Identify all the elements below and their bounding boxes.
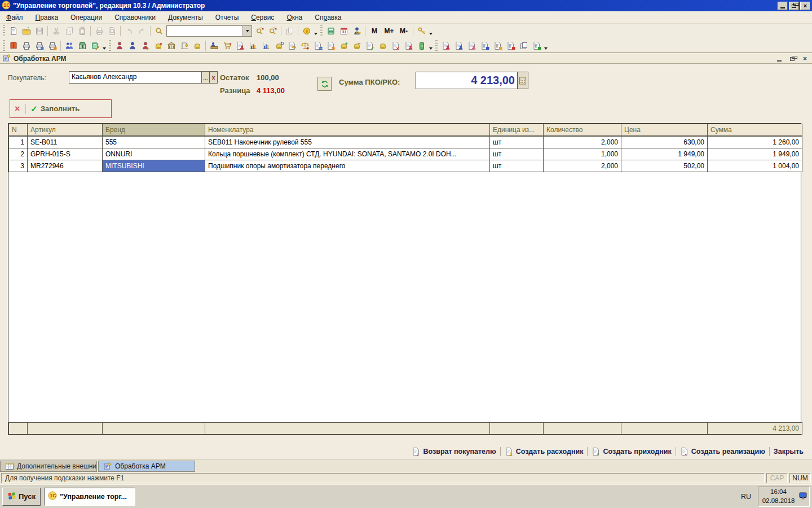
document-cancel-icon[interactable]: × xyxy=(389,40,402,52)
calculator-icon[interactable] xyxy=(517,72,528,89)
table-header-col-nomenclature[interactable]: Номенклатура xyxy=(205,124,490,136)
scales-red-icon[interactable] xyxy=(298,40,311,52)
toolbar-grip[interactable] xyxy=(435,40,438,51)
employees-icon[interactable] xyxy=(63,40,76,52)
table-row[interactable]: 3MR272946MITSUBISHIПодшипник опоры аморт… xyxy=(9,160,802,172)
print-button[interactable] xyxy=(92,25,105,37)
cell-col-price[interactable]: 502,00 xyxy=(621,160,708,172)
refresh-button[interactable] xyxy=(317,77,332,91)
mdi-close-button[interactable]: × xyxy=(800,55,810,63)
coins-minus-icon[interactable]: − xyxy=(350,40,363,52)
create-sale-button[interactable]: ▪Создать реализацию xyxy=(676,446,769,457)
sum-document-blue-icon[interactable]: Σ xyxy=(478,40,491,52)
cell-col-number[interactable]: 1 xyxy=(9,137,28,148)
cell-col-article[interactable]: GPRH-015-S xyxy=(28,148,103,160)
language-indicator[interactable]: RU xyxy=(741,493,751,501)
menu-service[interactable]: Сервис xyxy=(245,12,280,23)
menu-edit[interactable]: Правка xyxy=(29,12,65,23)
battery-icon[interactable]: + xyxy=(415,40,428,52)
memory-plus-button[interactable]: M+ xyxy=(382,27,396,35)
cell-col-nomenclature[interactable]: Кольца поршневые (комплект) СТД. HYUNDAI… xyxy=(205,148,490,160)
cut-button[interactable] xyxy=(50,25,63,37)
print-preview-button[interactable] xyxy=(105,25,118,37)
calculator-button[interactable] xyxy=(324,25,337,37)
copy-window-button[interactable] xyxy=(283,25,296,37)
tab-arm-processing[interactable]: Обработка АРМ xyxy=(98,461,195,472)
table-header-col-article[interactable]: Артикул xyxy=(28,124,103,136)
pko-rko-sum-input[interactable]: 4 213,00 xyxy=(416,72,528,89)
table-header-col-brand[interactable]: Бренд xyxy=(103,124,205,136)
create-income-button[interactable]: +Создать приходник xyxy=(588,446,675,457)
sum-document-red-icon[interactable]: Σ xyxy=(504,40,517,52)
dropdown-arrow[interactable] xyxy=(102,40,107,52)
cell-col-number[interactable]: 2 xyxy=(9,148,28,160)
document-lines-icon[interactable] xyxy=(517,40,530,52)
coins-refresh-icon[interactable]: ↻ xyxy=(272,40,285,52)
sum-check-icon[interactable]: Σ xyxy=(530,40,543,52)
user-settings-button[interactable] xyxy=(350,25,363,37)
search-combobox[interactable] xyxy=(166,25,252,37)
cancel-x-icon[interactable]: × xyxy=(15,104,20,114)
cell-col-sum[interactable]: 1 949,00 xyxy=(708,148,802,160)
calendar-button[interactable]: 31 xyxy=(337,25,350,37)
info-button[interactable]: i xyxy=(300,25,313,37)
memory-minus-button[interactable]: M- xyxy=(396,27,411,35)
cell-col-article[interactable]: MR272946 xyxy=(28,160,103,172)
find-previous-button[interactable] xyxy=(266,25,279,37)
table-row[interactable]: 1SE-B011555SEB011 Наконечник рулевой 555… xyxy=(9,137,802,148)
coins-stack-icon[interactable] xyxy=(376,40,389,52)
table-header-col-quantity[interactable]: Количество xyxy=(544,124,621,136)
find-next-button[interactable] xyxy=(253,25,266,37)
cell-col-price[interactable]: 1 949,00 xyxy=(621,148,708,160)
customer-blue-icon[interactable] xyxy=(126,40,139,52)
report-person-pink-icon[interactable] xyxy=(465,40,478,52)
pko-rko-sum-value[interactable]: 4 213,00 xyxy=(416,72,517,89)
cell-col-nomenclature[interactable]: SEB011 Наконечник рулевой 555 xyxy=(205,137,490,148)
cell-col-sum[interactable]: 1 004,00 xyxy=(708,160,802,172)
cell-col-unit[interactable]: шт xyxy=(490,160,544,172)
document-check-icon[interactable]: ✓ xyxy=(363,40,376,52)
restore-button[interactable] xyxy=(789,2,799,10)
print-form-icon[interactable] xyxy=(20,40,33,52)
memory-m-button[interactable]: M xyxy=(367,27,382,35)
toolbar-grip[interactable] xyxy=(3,25,5,37)
buyer-input[interactable]: Касьянов Александр xyxy=(69,71,202,84)
cash-register-icon[interactable]: $ xyxy=(76,40,89,52)
toolbar-grip[interactable] xyxy=(320,25,323,37)
cell-col-number[interactable]: 3 xyxy=(9,160,28,172)
minimize-button[interactable] xyxy=(778,2,788,10)
cell-col-quantity[interactable]: 1,000 xyxy=(544,148,621,160)
buyer-clear-button[interactable]: x xyxy=(209,71,218,84)
crane-coin-icon[interactable] xyxy=(178,40,191,52)
dropdown-arrow[interactable] xyxy=(543,40,549,52)
print-settings-icon[interactable] xyxy=(46,40,59,52)
combobox-dropdown-arrow[interactable] xyxy=(242,26,251,36)
table-header-col-price[interactable]: Цена xyxy=(621,124,708,136)
toolbar-grip[interactable] xyxy=(109,40,111,51)
document-exchange-icon[interactable]: ⇄ xyxy=(311,40,324,52)
table-header-col-unit[interactable]: Единица из... xyxy=(490,124,544,136)
create-expense-button[interactable]: $Создать расходник xyxy=(501,446,588,457)
taskbar-task-button[interactable]: 1С "Управление торг... xyxy=(44,488,135,506)
menu-windows[interactable]: Окна xyxy=(280,12,308,23)
customer-red-icon[interactable] xyxy=(113,40,126,52)
document-scales-icon[interactable] xyxy=(285,40,298,52)
cell-col-quantity[interactable]: 2,000 xyxy=(544,137,621,148)
cell-col-price[interactable]: 630,00 xyxy=(621,137,708,148)
buyer-browse-button[interactable]: ... xyxy=(201,71,210,84)
cell-col-brand[interactable]: MITSUBISHI xyxy=(103,160,205,172)
coins-person-icon[interactable]: ● xyxy=(152,40,165,52)
table-header-col-sum[interactable]: Сумма xyxy=(708,124,802,136)
cell-col-sum[interactable]: 1 260,00 xyxy=(708,137,802,148)
find-button[interactable] xyxy=(152,25,165,37)
edit-calculation-icon[interactable] xyxy=(89,40,102,52)
table-header-col-number[interactable]: N xyxy=(9,124,28,136)
dropdown-arrow[interactable] xyxy=(313,25,319,37)
cell-col-brand[interactable]: ONNURI xyxy=(103,148,205,160)
chart-blue-icon[interactable] xyxy=(259,40,272,52)
menu-catalogs[interactable]: Справочники xyxy=(108,12,162,23)
document-person-icon[interactable] xyxy=(233,40,246,52)
close-window-button[interactable]: × xyxy=(800,2,810,10)
document-refresh-icon[interactable]: ↻ xyxy=(324,40,337,52)
mdi-restore-button[interactable] xyxy=(787,55,797,63)
